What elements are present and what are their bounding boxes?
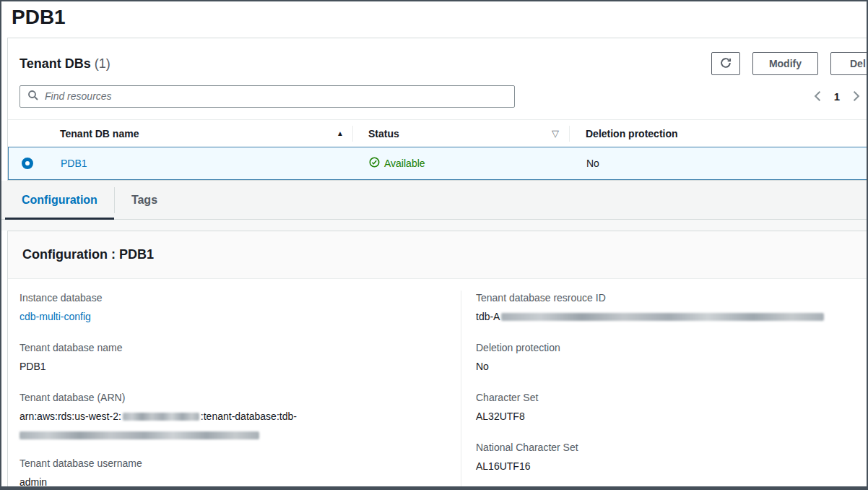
search-icon bbox=[27, 90, 39, 103]
field-label: Tenant database username bbox=[19, 456, 443, 470]
field-label: Character Set bbox=[476, 390, 867, 405]
field-deletion-protection: Deletion protection No bbox=[476, 340, 867, 374]
tabs: Configuration Tags bbox=[1, 181, 867, 220]
tab-configuration[interactable]: Configuration bbox=[5, 181, 114, 219]
panel-title: Tenant DBs (1) bbox=[19, 56, 110, 72]
field-value: AL32UTF8 bbox=[476, 409, 867, 424]
instance-database-link[interactable]: cdb-multi-config bbox=[19, 311, 91, 322]
page-title: PDB1 bbox=[1, 1, 867, 38]
refresh-button[interactable] bbox=[711, 52, 740, 75]
field-label: Tenant database name bbox=[19, 340, 443, 355]
refresh-icon bbox=[719, 56, 732, 72]
search-box[interactable] bbox=[19, 85, 515, 108]
field-value: admin bbox=[19, 475, 443, 489]
status-cell: Available bbox=[369, 157, 425, 170]
spacer bbox=[1, 220, 867, 231]
configuration-left-column: Instance database cdb-multi-config Tenan… bbox=[8, 291, 461, 490]
field-tenant-database-arn: Tenant database (ARN) arn:aws:rds:us-wes… bbox=[19, 390, 443, 439]
column-header-status[interactable]: Status ▽ bbox=[353, 128, 569, 139]
field-label: Deletion protection bbox=[476, 340, 867, 355]
field-label: Instance database bbox=[19, 291, 443, 305]
table-row[interactable]: PDB1 Available No bbox=[8, 147, 867, 180]
filter-icon[interactable]: ▽ bbox=[552, 128, 559, 139]
configuration-heading: Configuration : PDB1 bbox=[22, 247, 852, 262]
arn-prefix: arn:aws:rds:us-west-2: bbox=[19, 411, 121, 422]
pagination: 1 bbox=[813, 90, 867, 103]
next-page-button[interactable] bbox=[852, 90, 861, 102]
tenant-db-name-link[interactable]: PDB1 bbox=[61, 158, 87, 169]
page-number[interactable]: 1 bbox=[834, 90, 840, 103]
field-tenant-database-username: Tenant database username admin bbox=[19, 456, 443, 489]
redacted-arn-id bbox=[19, 431, 259, 439]
field-label: National Character Set bbox=[476, 440, 867, 455]
search-input[interactable] bbox=[45, 90, 507, 102]
configuration-right-column: Tenant database resrouce ID tdb-A Deleti… bbox=[461, 291, 867, 490]
prev-page-button[interactable] bbox=[813, 90, 822, 102]
deletion-protection-cell: No bbox=[586, 158, 599, 169]
field-instance-database: Instance database cdb-multi-config bbox=[19, 291, 443, 324]
column-header-tenant-db-name[interactable]: Tenant DB name ▲ bbox=[45, 128, 352, 139]
field-label: Tenant database (ARN) bbox=[19, 390, 443, 405]
resource-id-prefix: tdb-A bbox=[476, 311, 500, 322]
column-label: Tenant DB name bbox=[60, 128, 139, 139]
field-value: tdb-A bbox=[476, 309, 867, 324]
field-tenant-database-name: Tenant database name PDB1 bbox=[19, 340, 443, 374]
field-value: PDB1 bbox=[19, 359, 443, 374]
field-value: arn:aws:rds:us-west-2::tenant-database:t… bbox=[19, 409, 443, 439]
column-label: Status bbox=[368, 128, 399, 139]
configuration-panel: Configuration : PDB1 Instance database c… bbox=[7, 231, 867, 490]
table-header: Tenant DB name ▲ Status ▽ Deletion prote… bbox=[8, 119, 867, 147]
tab-tags[interactable]: Tags bbox=[115, 181, 174, 219]
redacted-resource-id bbox=[501, 313, 824, 321]
status-text: Available bbox=[384, 158, 425, 169]
field-label: Tenant database resrouce ID bbox=[476, 291, 867, 305]
sort-ascending-icon[interactable]: ▲ bbox=[337, 129, 344, 137]
column-header-deletion-protection[interactable]: Deletion protection bbox=[570, 128, 867, 139]
field-tenant-database-resource-id: Tenant database resrouce ID tdb-A bbox=[476, 291, 867, 324]
toolbar: Modify Del bbox=[711, 52, 868, 75]
field-value: No bbox=[476, 359, 867, 374]
row-radio-selected[interactable] bbox=[22, 158, 33, 169]
modify-button[interactable]: Modify bbox=[752, 52, 818, 75]
field-character-set: Character Set AL32UTF8 bbox=[476, 390, 867, 424]
status-available-icon bbox=[369, 157, 380, 170]
panel-title-text: Tenant DBs bbox=[19, 56, 91, 71]
column-label: Deletion protection bbox=[586, 128, 678, 139]
panel-count: (1) bbox=[95, 56, 110, 71]
tenant-dbs-panel: Tenant DBs (1) Modify Del bbox=[7, 38, 867, 181]
arn-suffix: :tenant-database:tdb- bbox=[201, 411, 297, 422]
field-national-character-set: National Character Set AL16UTF16 bbox=[476, 440, 867, 473]
redacted-account-id bbox=[123, 413, 199, 421]
delete-button[interactable]: Del bbox=[830, 52, 868, 75]
field-value: AL16UTF16 bbox=[476, 459, 867, 473]
